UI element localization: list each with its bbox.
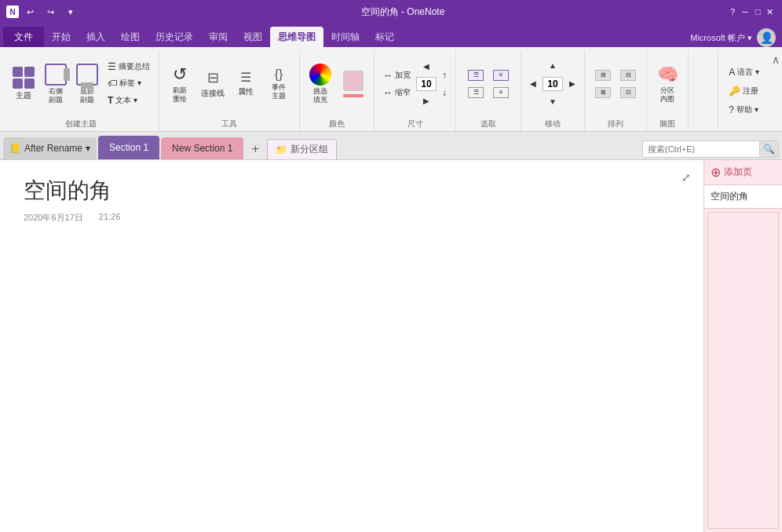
move-number[interactable]: 10 xyxy=(543,77,563,91)
tab-view[interactable]: 视图 xyxy=(236,27,270,47)
customize-qa-button[interactable]: ▾ xyxy=(63,4,79,20)
btn-register[interactable]: 🔑 注册 xyxy=(725,83,763,99)
btn-connector[interactable]: ⊟ 连接线 xyxy=(197,58,228,109)
page-item[interactable]: 空间的角 xyxy=(704,185,782,209)
btn-widen[interactable]: ↔ 加宽 xyxy=(379,67,415,83)
quick-access-toolbar: ↩ ↪ ▾ xyxy=(22,4,79,20)
tab-file[interactable]: 文件 xyxy=(3,27,44,47)
ribbon-row-select: ☰ ≡ ☰ ≡ xyxy=(461,50,516,117)
notebook-button[interactable]: 📒 After Rename ▾ xyxy=(3,137,97,159)
btn-bottom-subtopic[interactable]: 底部副题 xyxy=(72,58,102,109)
add-page-label: 添加页 xyxy=(724,166,752,179)
title-bar: N ↩ ↪ ▾ 空间的角 - OneNote ? ─ □ ✕ xyxy=(0,0,782,24)
btn-select4[interactable]: ≡ xyxy=(489,85,513,100)
ribbon-group-color-label: 颜色 xyxy=(329,117,345,131)
section-tabs: 📒 After Rename ▾ Section 1 New Section 1… xyxy=(0,132,782,160)
size-number[interactable]: 10 xyxy=(416,77,437,91)
btn-text-label: 文本 ▾ xyxy=(115,95,137,106)
btn-connector-label: 连接线 xyxy=(201,88,225,99)
section-tab-section1-label: Section 1 xyxy=(109,142,148,153)
btn-register-label: 注册 xyxy=(743,86,758,97)
btn-refresh-label: 刷新重绘 xyxy=(173,86,187,104)
btn-tag[interactable]: 🏷 标签 ▾ xyxy=(104,75,154,91)
ribbon-group-tools: ↺ 刷新重绘 ⊟ 连接线 ☰ 属性 {} 事件主题 工具 xyxy=(159,50,300,131)
section-tab-section1[interactable]: Section 1 xyxy=(98,136,159,159)
btn-align1[interactable]: ⊞ xyxy=(591,67,615,83)
btn-align4[interactable]: ⊡ xyxy=(616,85,640,100)
ribbon: 主题 右侧副题 xyxy=(0,47,782,132)
expand-button[interactable]: ⤢ xyxy=(677,168,696,187)
notebook-name: After Rename xyxy=(24,143,82,154)
ribbon-group-create-topic-label: 创建主题 xyxy=(65,117,97,131)
notebook-dropdown-icon: ▾ xyxy=(86,143,90,154)
section-group-button[interactable]: 📁 新分区组 xyxy=(267,139,337,159)
btn-align2[interactable]: ⊟ xyxy=(616,67,640,83)
page-thumbnail xyxy=(707,212,779,529)
btn-refresh[interactable]: ↺ 刷新重绘 xyxy=(164,58,196,109)
btn-bottom-subtopic-label: 底部副题 xyxy=(80,87,94,104)
section-group-label: 新分区组 xyxy=(291,143,328,156)
tab-timeline[interactable]: 时间轴 xyxy=(323,27,367,47)
btn-down[interactable]: ▼ xyxy=(545,94,561,110)
btn-language[interactable]: A 语言 ▾ xyxy=(725,64,763,80)
btn-language-label: 语言 ▾ xyxy=(737,67,759,78)
section-tab-add-button[interactable]: + xyxy=(245,139,265,159)
btn-right[interactable]: ▶ xyxy=(565,76,579,92)
btn-move-right[interactable]: ▶ xyxy=(419,93,433,109)
btn-select3[interactable]: ☰ xyxy=(464,85,488,100)
btn-left[interactable]: ◀ xyxy=(526,76,540,92)
redo-button[interactable]: ↪ xyxy=(42,4,58,20)
btn-event-topic[interactable]: {} 事件主题 xyxy=(263,58,294,109)
search-button[interactable]: 🔍 xyxy=(760,140,779,158)
tab-draw[interactable]: 绘图 xyxy=(113,27,148,47)
tab-mark[interactable]: 标记 xyxy=(367,27,402,47)
btn-color-swatch[interactable] xyxy=(338,58,369,109)
tab-insert[interactable]: 插入 xyxy=(79,27,113,47)
btn-right-subtopic[interactable]: 右侧副题 xyxy=(41,58,71,109)
btn-topic[interactable]: 主题 xyxy=(8,58,39,109)
section-tab-newsection1[interactable]: New Section 1 xyxy=(161,137,243,159)
btn-text[interactable]: T 文本 ▾ xyxy=(104,93,154,108)
btn-align3[interactable]: ⊠ xyxy=(591,85,615,100)
ribbon-row-color: 挑选填充 xyxy=(305,50,369,117)
btn-section-map-label: 分区内图 xyxy=(660,86,674,104)
app-icon: N xyxy=(6,5,19,18)
btn-narrow[interactable]: ↔ 缩窄 xyxy=(379,85,415,100)
btn-section-map[interactable]: 🧠 分区内图 xyxy=(652,58,683,109)
btn-up[interactable]: ▲ xyxy=(545,58,561,74)
btn-property-label: 属性 xyxy=(238,86,254,97)
tab-history[interactable]: 历史记录 xyxy=(148,27,201,47)
close-button[interactable]: ✕ xyxy=(765,6,776,17)
ribbon-collapse-button[interactable]: ∧ xyxy=(769,53,782,66)
title-bar-left: N ↩ ↪ ▾ xyxy=(6,4,79,20)
ribbon-group-move: ▲ ◀ 10 ▶ ▼ 移动 xyxy=(521,50,585,131)
btn-help[interactable]: ? 帮助 ▾ xyxy=(725,102,763,118)
avatar[interactable]: 👤 xyxy=(757,28,776,47)
btn-move-left[interactable]: ◀ xyxy=(419,59,433,75)
btn-select2[interactable]: ≡ xyxy=(489,67,513,83)
btn-heighten[interactable]: ↑ xyxy=(438,67,451,83)
section-tab-newsection1-label: New Section 1 xyxy=(172,143,232,154)
btn-widen-label: 加宽 xyxy=(395,70,411,81)
section-group-icon: 📁 xyxy=(276,144,287,155)
window-controls: ? ─ □ ✕ xyxy=(727,6,776,17)
btn-summary[interactable]: ☰ 摘要总结 xyxy=(104,59,154,75)
maximize-button[interactable]: □ xyxy=(752,6,763,17)
page-title: 空间的角 xyxy=(24,176,680,206)
ribbon-group-size-label: 尺寸 xyxy=(407,117,423,131)
tab-review[interactable]: 审阅 xyxy=(201,27,236,47)
btn-property[interactable]: ☰ 属性 xyxy=(230,58,261,109)
btn-pick-fill[interactable]: 挑选填充 xyxy=(305,58,336,109)
search-bar: 🔍 xyxy=(642,140,779,158)
btn-shorten[interactable]: ↓ xyxy=(438,85,451,100)
minimize-button[interactable]: ─ xyxy=(740,6,751,17)
search-input[interactable] xyxy=(642,140,760,158)
btn-select1[interactable]: ☰ xyxy=(464,67,488,83)
tab-home[interactable]: 开始 xyxy=(44,27,79,47)
tab-mindmap[interactable]: 思维导图 xyxy=(270,27,323,47)
help-button[interactable]: ? xyxy=(727,6,738,17)
undo-button[interactable]: ↩ xyxy=(22,4,38,20)
ribbon-row-main: 主题 右侧副题 xyxy=(8,50,154,117)
ribbon-right-panel: A 语言 ▾ 🔑 注册 ? 帮助 ▾ xyxy=(718,50,769,131)
add-page-button[interactable]: ⊕ 添加页 xyxy=(704,160,782,185)
